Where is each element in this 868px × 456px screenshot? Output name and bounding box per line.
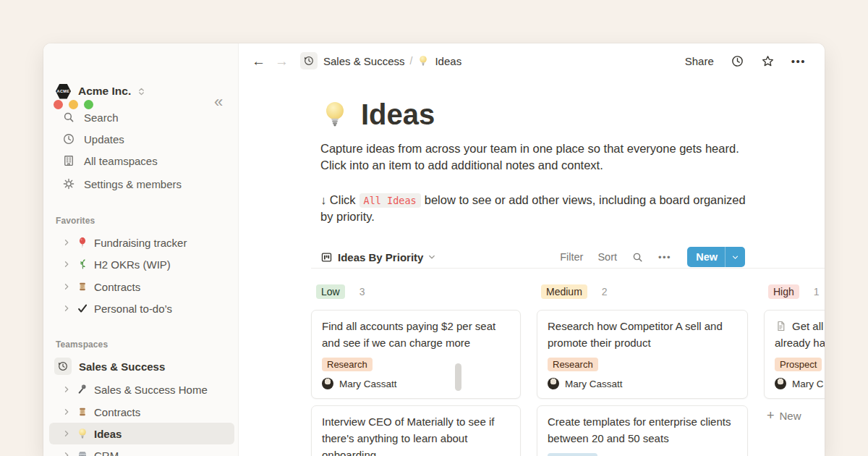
chevron-right-icon[interactable] xyxy=(62,451,71,456)
chevron-right-icon[interactable] xyxy=(62,408,71,416)
board-card[interactable]: Create templates for enterprise clients … xyxy=(537,405,748,456)
callout-text: ↓ Click xyxy=(320,193,356,206)
column-count: 1 xyxy=(814,286,820,297)
card-tag: Collateral xyxy=(548,453,597,456)
sidebar-item-label: Contracts xyxy=(94,281,140,293)
card-title: already ha xyxy=(775,334,825,351)
chevron-down-icon xyxy=(731,253,739,261)
forward-arrow-icon[interactable]: → xyxy=(275,54,289,68)
sidebar-item-label: Sales & Success Home xyxy=(94,384,208,396)
sidebar-item-contracts-teamspace[interactable]: Contracts xyxy=(49,401,234,423)
view-name[interactable]: Ideas By Priority xyxy=(338,251,423,263)
chevron-down-icon[interactable] xyxy=(427,253,436,261)
column-header-high[interactable]: High 1 xyxy=(768,284,820,300)
lightbulb-icon xyxy=(417,55,429,67)
new-button-dropdown[interactable] xyxy=(726,253,745,261)
avatar xyxy=(548,378,559,389)
scroll-icon xyxy=(77,281,88,292)
sidebar-item-all-teamspaces[interactable]: All teamspaces xyxy=(43,150,239,172)
gear-icon xyxy=(62,177,75,190)
chevron-right-icon[interactable] xyxy=(62,385,71,394)
document-icon xyxy=(775,320,787,332)
new-button[interactable]: New xyxy=(687,247,745,267)
sidebar-item-personal-todos[interactable]: Personal to-do’s xyxy=(49,297,234,319)
chevron-up-down-icon xyxy=(137,87,146,96)
sidebar-item-sales-success[interactable]: Sales & Success xyxy=(49,355,234,377)
teamspaces-header: Teamspaces xyxy=(56,339,108,350)
callout-text: below to see or add other views, includi… xyxy=(425,193,746,206)
person-name: Mary Cassatt xyxy=(565,379,623,389)
callout-line: ↓ ClickAll Ideasbelow to see or add othe… xyxy=(320,192,746,209)
priority-badge: High xyxy=(768,284,799,299)
sidebar-item-label: Ideas xyxy=(94,428,122,440)
building-icon xyxy=(62,154,75,167)
card-title: Research how Competitor A sell and promo… xyxy=(548,318,737,351)
scrollbar-thumb[interactable] xyxy=(455,363,461,391)
sort-button[interactable]: Sort xyxy=(597,251,617,263)
workspace-name: Acme Inc. xyxy=(78,85,131,98)
breadcrumb-teamspace[interactable]: Sales & Success xyxy=(323,55,405,67)
favorites-header: Favorites xyxy=(56,216,95,226)
more-icon[interactable]: ••• xyxy=(791,55,806,67)
clock-icon[interactable] xyxy=(731,54,744,68)
sidebar-item-updates[interactable]: Updates xyxy=(43,128,239,150)
herb-icon xyxy=(77,258,88,270)
board-icon xyxy=(320,251,333,263)
column-count: 3 xyxy=(359,286,365,297)
new-button-label[interactable]: New xyxy=(687,247,725,267)
topbar: ← → Sales & Success / Ideas Share ••• xyxy=(239,43,825,78)
sidebar-item-crm[interactable]: CRM xyxy=(49,444,234,456)
priority-badge: Low xyxy=(316,284,345,299)
board-card[interactable]: Find all accounts paying $2 per seat and… xyxy=(311,310,521,399)
sidebar-item-h2-okrs[interactable]: H2 OKRs (WIP) xyxy=(49,253,234,275)
share-button[interactable]: Share xyxy=(685,55,714,67)
breadcrumb-separator: / xyxy=(410,55,413,67)
filter-button[interactable]: Filter xyxy=(560,251,583,263)
sidebar-item-ideas[interactable]: Ideas xyxy=(49,423,234,444)
app-window: « ACME Acme Inc. Search Updates All team… xyxy=(43,43,825,456)
board-card[interactable]: Research how Competitor A sell and promo… xyxy=(537,310,748,399)
toolbar-divider xyxy=(311,268,825,269)
sidebar-item-fundraising-tracker[interactable]: Fundraising tracker xyxy=(49,232,234,253)
board-card[interactable]: Get all already ha Prospect Mary C xyxy=(764,310,825,399)
card-title-row: Get all xyxy=(775,318,825,334)
topbar-actions: Share ••• xyxy=(685,54,806,68)
sidebar-item-label: H2 OKRs (WIP) xyxy=(94,258,171,271)
board-card[interactable]: Interview CEO of Materially to see if th… xyxy=(311,405,521,456)
more-icon[interactable]: ••• xyxy=(658,252,671,263)
workspace-switcher[interactable]: ACME Acme Inc. xyxy=(56,83,146,100)
history-clock-icon xyxy=(303,55,315,67)
star-icon[interactable] xyxy=(761,54,775,68)
avatar xyxy=(322,378,333,389)
search-icon xyxy=(62,111,75,124)
workspace-logo: ACME xyxy=(56,84,71,99)
search-icon[interactable] xyxy=(631,251,644,263)
chevron-right-icon[interactable] xyxy=(62,282,71,291)
add-new-card-button[interactable]: + New xyxy=(767,405,801,426)
sidebar-item-sales-success-home[interactable]: Sales & Success Home xyxy=(49,379,234,400)
sidebar-item-label: Updates xyxy=(84,133,124,145)
column-header-low[interactable]: Low 3 xyxy=(316,284,365,300)
sidebar-item-label: Search xyxy=(84,111,119,124)
sidebar-item-settings-members[interactable]: Settings & members xyxy=(43,173,239,195)
lightbulb-icon[interactable] xyxy=(320,100,349,129)
sidebar-item-search[interactable]: Search xyxy=(43,106,239,128)
inline-code-all-ideas: All Ideas xyxy=(359,193,421,208)
column-header-medium[interactable]: Medium 2 xyxy=(541,284,608,300)
breadcrumb-page[interactable]: Ideas xyxy=(435,55,461,67)
sidebar-item-label: Contracts xyxy=(94,406,140,418)
chevron-right-icon[interactable] xyxy=(62,429,71,438)
chevron-right-icon[interactable] xyxy=(62,304,71,313)
balloon-icon xyxy=(77,237,88,248)
card-tag: Research xyxy=(322,358,373,371)
card-person: Mary C xyxy=(775,378,825,389)
sidebar-item-label: CRM xyxy=(94,449,119,456)
lightbulb-icon xyxy=(77,428,88,439)
sidebar-item-contracts-favorite[interactable]: Contracts xyxy=(49,276,234,297)
back-arrow-icon[interactable]: ← xyxy=(252,54,265,68)
sidebar-item-label: All teamspaces xyxy=(84,155,158,167)
sidebar-item-label: Sales & Success xyxy=(79,360,165,373)
chevron-right-icon[interactable] xyxy=(62,260,71,269)
chevron-right-icon[interactable] xyxy=(62,238,71,247)
breadcrumb-teamspace-icon-box[interactable] xyxy=(300,52,318,69)
